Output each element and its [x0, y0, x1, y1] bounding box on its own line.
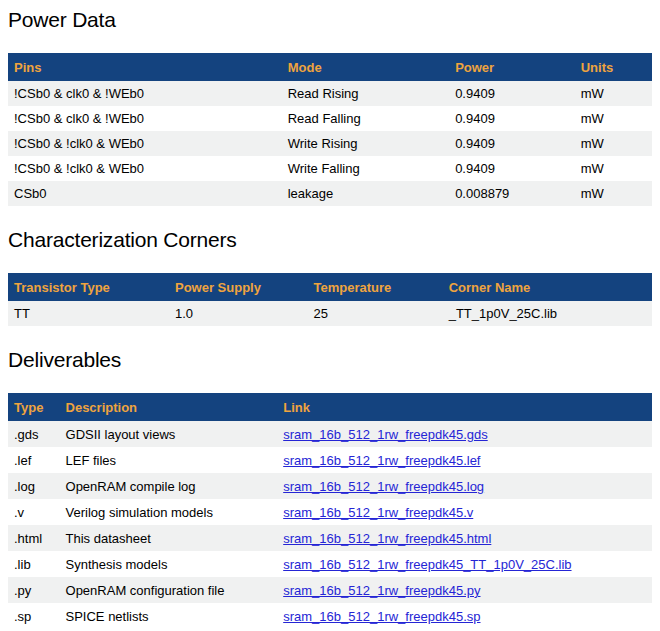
table-row: .gdsGDSII layout viewssram_16b_512_1rw_f… — [8, 421, 652, 447]
cell: sram_16b_512_1rw_freepdk45.py — [277, 577, 652, 603]
table-row: !CSb0 & clk0 & !WEb0Read Falling0.9409mW — [8, 106, 652, 131]
table-row: .spSPICE netlistssram_16b_512_1rw_freepd… — [8, 603, 652, 629]
column-header: Mode — [282, 53, 449, 81]
cell: 0.9409 — [449, 81, 575, 106]
cell: .log — [8, 473, 60, 499]
cell: .lib — [8, 551, 60, 577]
cell: 0.9409 — [449, 131, 575, 156]
cell: .py — [8, 577, 60, 603]
table-row: !CSb0 & !clk0 & WEb0Write Falling0.9409m… — [8, 156, 652, 181]
cell: sram_16b_512_1rw_freepdk45_TT_1p0V_25C.l… — [277, 551, 652, 577]
characterization-corners-table: Transistor TypePower SupplyTemperatureCo… — [8, 273, 652, 326]
table-row: !CSb0 & clk0 & !WEb0Read Rising0.9409mW — [8, 81, 652, 106]
deliverable-link[interactable]: sram_16b_512_1rw_freepdk45.gds — [283, 427, 488, 442]
cell: mW — [575, 131, 652, 156]
table-row: !CSb0 & !clk0 & WEb0Write Rising0.9409mW — [8, 131, 652, 156]
cell: CSb0 — [8, 181, 282, 206]
column-header: Pins — [8, 53, 282, 81]
cell: 0.9409 — [449, 156, 575, 181]
cell: 0.9409 — [449, 106, 575, 131]
table-row: .lefLEF filessram_16b_512_1rw_freepdk45.… — [8, 447, 652, 473]
section-title-deliverables: Deliverables — [8, 348, 652, 372]
column-header: Power Supply — [169, 273, 307, 301]
cell: 25 — [307, 301, 442, 326]
cell: mW — [575, 181, 652, 206]
column-header: Transistor Type — [8, 273, 169, 301]
power-data-table: PinsModePowerUnits !CSb0 & clk0 & !WEb0R… — [8, 53, 652, 206]
cell: Verilog simulation models — [60, 499, 278, 525]
table-row: .htmlThis datasheetsram_16b_512_1rw_free… — [8, 525, 652, 551]
cell: !CSb0 & !clk0 & WEb0 — [8, 156, 282, 181]
column-header: Description — [60, 393, 278, 421]
column-header: Temperature — [307, 273, 442, 301]
deliverables-table: TypeDescriptionLink .gdsGDSII layout vie… — [8, 393, 652, 629]
cell: !CSb0 & !clk0 & WEb0 — [8, 131, 282, 156]
column-header: Link — [277, 393, 652, 421]
table-row: .libSynthesis modelssram_16b_512_1rw_fre… — [8, 551, 652, 577]
table-row: .pyOpenRAM configuration filesram_16b_51… — [8, 577, 652, 603]
section-title-characterization-corners: Characterization Corners — [8, 228, 652, 252]
table-row: TT1.025_TT_1p0V_25C.lib — [8, 301, 652, 326]
cell: 0.008879 — [449, 181, 575, 206]
cell: sram_16b_512_1rw_freepdk45.lef — [277, 447, 652, 473]
cell: leakage — [282, 181, 449, 206]
cell: This datasheet — [60, 525, 278, 551]
cell: !CSb0 & clk0 & !WEb0 — [8, 106, 282, 131]
cell: Write Rising — [282, 131, 449, 156]
cell: sram_16b_512_1rw_freepdk45.html — [277, 525, 652, 551]
section-deliverables: Deliverables TypeDescriptionLink .gdsGDS… — [8, 348, 652, 629]
column-header: Units — [575, 53, 652, 81]
cell: .v — [8, 499, 60, 525]
header-row: Transistor TypePower SupplyTemperatureCo… — [8, 273, 652, 301]
cell: .sp — [8, 603, 60, 629]
cell: .lef — [8, 447, 60, 473]
cell: sram_16b_512_1rw_freepdk45.v — [277, 499, 652, 525]
deliverable-link[interactable]: sram_16b_512_1rw_freepdk45.py — [283, 583, 480, 598]
table-row: CSb0leakage0.008879mW — [8, 181, 652, 206]
deliverable-link[interactable]: sram_16b_512_1rw_freepdk45.lef — [283, 453, 480, 468]
cell: GDSII layout views — [60, 421, 278, 447]
cell: LEF files — [60, 447, 278, 473]
deliverable-link[interactable]: sram_16b_512_1rw_freepdk45.html — [283, 531, 491, 546]
cell: .html — [8, 525, 60, 551]
cell: OpenRAM configuration file — [60, 577, 278, 603]
cell: .gds — [8, 421, 60, 447]
table-row: .logOpenRAM compile logsram_16b_512_1rw_… — [8, 473, 652, 499]
deliverable-link[interactable]: sram_16b_512_1rw_freepdk45.log — [283, 479, 484, 494]
header-row: TypeDescriptionLink — [8, 393, 652, 421]
cell: OpenRAM compile log — [60, 473, 278, 499]
cell: mW — [575, 81, 652, 106]
cell: sram_16b_512_1rw_freepdk45.log — [277, 473, 652, 499]
column-header: Corner Name — [443, 273, 652, 301]
cell: Synthesis models — [60, 551, 278, 577]
cell: mW — [575, 106, 652, 131]
section-characterization-corners: Characterization Corners Transistor Type… — [8, 228, 652, 326]
deliverable-link[interactable]: sram_16b_512_1rw_freepdk45_TT_1p0V_25C.l… — [283, 557, 571, 572]
column-header: Power — [449, 53, 575, 81]
header-row: PinsModePowerUnits — [8, 53, 652, 81]
cell: TT — [8, 301, 169, 326]
cell: Read Rising — [282, 81, 449, 106]
column-header: Type — [8, 393, 60, 421]
cell: Write Falling — [282, 156, 449, 181]
section-power-data: Power Data PinsModePowerUnits !CSb0 & cl… — [8, 8, 652, 206]
table-row: .vVerilog simulation modelssram_16b_512_… — [8, 499, 652, 525]
deliverable-link[interactable]: sram_16b_512_1rw_freepdk45.sp — [283, 609, 480, 624]
cell: sram_16b_512_1rw_freepdk45.gds — [277, 421, 652, 447]
cell: !CSb0 & clk0 & !WEb0 — [8, 81, 282, 106]
cell: sram_16b_512_1rw_freepdk45.sp — [277, 603, 652, 629]
deliverable-link[interactable]: sram_16b_512_1rw_freepdk45.v — [283, 505, 473, 520]
cell: mW — [575, 156, 652, 181]
cell: Read Falling — [282, 106, 449, 131]
cell: 1.0 — [169, 301, 307, 326]
cell: _TT_1p0V_25C.lib — [443, 301, 652, 326]
cell: SPICE netlists — [60, 603, 278, 629]
section-title-power-data: Power Data — [8, 8, 652, 32]
